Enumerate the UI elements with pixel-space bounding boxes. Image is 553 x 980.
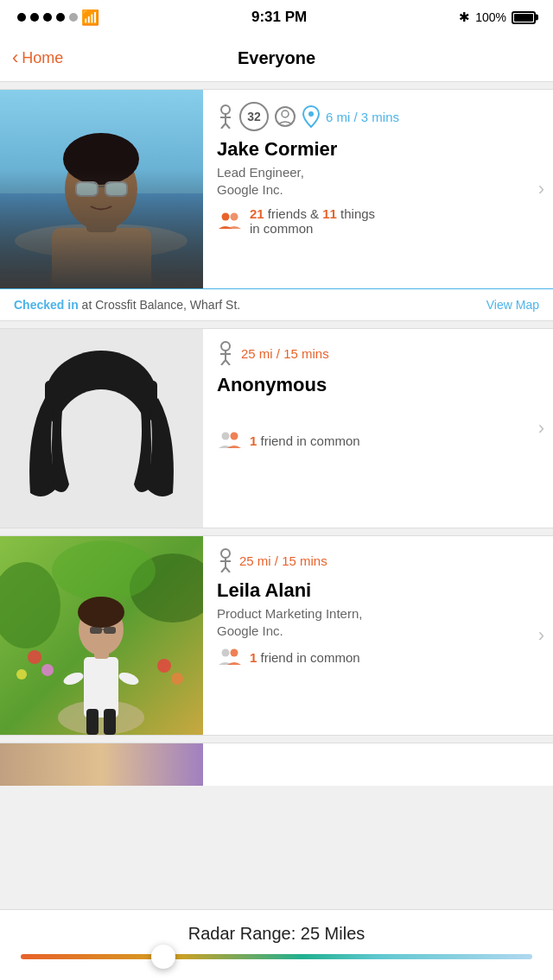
svg-rect-44 [84,657,118,718]
svg-point-37 [52,541,156,601]
profile-photo-leila [0,536,203,735]
svg-rect-1 [0,193,203,288]
card-info-anonymous: 25 mi / 15 mins Anonymous 1 friend in co… [203,329,553,528]
view-map-button[interactable]: View Map [486,298,539,312]
location-pin-icon [302,105,321,128]
anon-common-label: friend in common [261,433,360,448]
back-button[interactable]: ‹ Home [12,47,63,69]
svg-point-27 [221,342,230,351]
svg-line-58 [221,567,226,572]
leila-distance: 25 mi / 15 mins [239,553,327,568]
signal-dots [17,13,78,22]
svg-point-60 [222,649,230,657]
bottom-panel: Radar Range: 25 Miles [0,909,553,980]
profile-icon [274,105,296,128]
svg-rect-5 [86,202,117,232]
svg-rect-52 [90,627,102,634]
anon-chevron-icon: › [538,417,544,439]
svg-point-33 [231,433,238,440]
person-title: Lead Engineer,Google Inc. [217,164,543,198]
svg-point-19 [282,111,289,117]
svg-point-20 [308,111,314,117]
battery-percent: 100% [475,10,506,24]
card-main-leila: 25 mi / 15 mins Leila Alani Product Mark… [0,536,553,735]
svg-point-42 [171,673,183,685]
svg-point-3 [49,254,153,288]
svg-line-30 [221,360,226,365]
checkedin-text: Checked in at Crossfit Balance, Wharf St… [14,298,240,312]
svg-point-40 [16,669,27,680]
age-badge: 32 [239,102,269,131]
gender-icon-leila [217,548,234,572]
anon-common-text: 1 friend in common [250,433,360,448]
status-time: 9:31 PM [251,9,307,26]
svg-line-31 [226,360,230,365]
person-card-leila[interactable]: 25 mi / 15 mins Leila Alani Product Mark… [0,535,553,736]
svg-line-17 [226,123,230,129]
svg-rect-12 [105,182,127,196]
status-bar: 📶 9:31 PM ✱ 100% [0,0,553,35]
svg-line-16 [221,123,226,129]
distance-text: 6 mi / 3 mins [326,110,399,124]
svg-point-26 [54,389,149,493]
back-chevron-icon: ‹ [12,47,18,69]
common-row: 21 friends & 11 thingsin common [217,206,543,236]
leila-friends-icon [217,648,243,667]
wig-svg [0,329,203,528]
back-label: Home [22,49,63,67]
card-meta: 32 6 mi / 3 mins [217,102,543,131]
profile-photo-jake [0,90,203,288]
svg-rect-53 [104,627,116,634]
svg-line-59 [226,567,230,572]
card-chevron-icon: › [538,178,544,200]
svg-point-61 [231,649,238,657]
leila-title: Product Marketing Intern,Google Inc. [217,605,543,639]
anon-distance: 25 mi / 15 mins [241,346,329,361]
svg-point-38 [28,650,41,664]
radar-slider-thumb[interactable] [151,945,175,969]
anon-meta: 25 mi / 15 mins [217,341,543,365]
profile-photo-anonymous [0,329,203,528]
svg-point-21 [222,213,230,221]
person-name: Jake Cormier [217,138,543,161]
person-card-anonymous[interactable]: 25 mi / 15 mins Anonymous 1 friend in co… [0,328,553,528]
card-peek [0,743,553,786]
leila-common-label: friend in common [261,650,360,665]
common-text: 21 friends & 11 thingsin common [250,206,375,236]
person-card-jake[interactable]: 32 6 mi / 3 mins Jake Cormier [0,89,553,321]
friends-label: friends & [268,206,322,221]
svg-point-41 [157,659,171,673]
svg-point-39 [41,664,54,676]
anon-name: Anonymous [217,374,543,396]
anon-common-row: 1 friend in common [217,431,543,450]
leila-common-text: 1 friend in common [250,650,360,665]
card-main: 32 6 mi / 3 mins Jake Cormier [0,90,553,288]
leila-meta: 25 mi / 15 mins [217,548,543,572]
svg-point-7 [63,133,139,185]
wifi-icon: 📶 [81,9,99,27]
svg-rect-11 [76,182,98,196]
gender-icon-anon [217,341,234,365]
svg-rect-9 [105,183,127,195]
svg-point-2 [15,224,188,258]
svg-point-55 [221,549,230,558]
friends-icon [217,212,243,231]
card-info-leila: 25 mi / 15 mins Leila Alani Product Mark… [203,536,553,735]
anon-friends-icon [217,431,243,450]
card-main-anonymous: 25 mi / 15 mins Anonymous 1 friend in co… [0,329,553,528]
checkedin-location: at Crossfit Balance, Wharf St. [82,298,241,312]
page-title: Everyone [238,48,315,68]
svg-rect-47 [86,709,99,735]
gender-icon [217,104,234,129]
radar-slider-track[interactable] [21,954,532,959]
bluetooth-icon: ✱ [459,9,470,25]
radar-label: Radar Range: 25 Miles [21,924,532,944]
svg-point-22 [231,213,238,221]
svg-rect-48 [104,709,116,735]
nav-bar: ‹ Home Everyone [0,35,553,82]
content-area: 32 6 mi / 3 mins Jake Cormier [0,89,553,786]
card-info-jake: 32 6 mi / 3 mins Jake Cormier [203,90,553,288]
svg-point-13 [221,105,230,114]
checkedin-bar: Checked in at Crossfit Balance, Wharf St… [0,288,553,320]
svg-point-32 [222,433,230,440]
